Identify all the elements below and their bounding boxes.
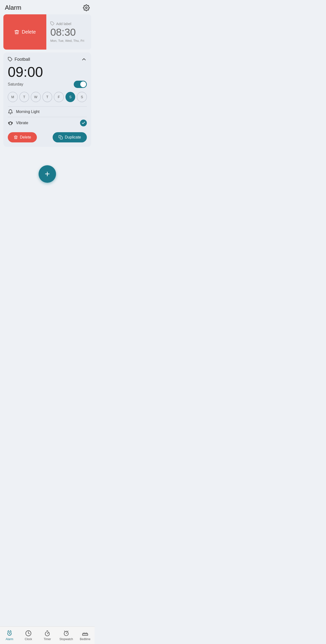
swipe-alarm-info[interactable]: Add label 08:30 Mon, Tue, Wed, Thu, Fri <box>46 14 91 50</box>
svg-line-12 <box>67 631 68 631</box>
vibrate-row[interactable]: Vibrate <box>8 117 87 129</box>
alarm-label-text: Football <box>14 57 30 62</box>
nav-item-bedtime[interactable]: Bedtime <box>76 627 95 644</box>
alarm-label-row: Football <box>8 57 30 62</box>
svg-rect-3 <box>60 137 63 139</box>
swipe-delete-label: Delete <box>22 29 36 35</box>
day-friday[interactable]: F <box>54 92 64 102</box>
nav-item-stopwatch[interactable]: Stopwatch <box>57 627 76 644</box>
nav-label-timer: Timer <box>44 638 51 641</box>
alarm-day-toggle-row: Saturday <box>8 81 87 88</box>
duplicate-btn-label: Duplicate <box>65 135 81 140</box>
swipe-alarm-days: Mon, Tue, Wed, Thu, Fri <box>50 39 87 42</box>
svg-line-6 <box>9 634 10 634</box>
alarm-nav-icon <box>6 630 13 636</box>
expanded-alarm-card: Football 09:00 Saturday M T W T F S S Mo… <box>3 52 91 147</box>
bottom-navigation: Alarm Clock Timer Stopwatch Bedtime <box>0 626 95 644</box>
chevron-up-icon[interactable] <box>81 56 87 62</box>
alarm-time[interactable]: 09:00 <box>8 64 87 80</box>
ringtone-label: Morning Light <box>16 110 39 114</box>
day-sunday[interactable]: S <box>77 92 87 102</box>
timer-nav-icon <box>44 630 50 636</box>
swipe-delete-button[interactable]: Delete <box>3 14 46 50</box>
svg-point-0 <box>86 7 87 8</box>
duplicate-btn-icon <box>58 135 63 140</box>
day-tuesday[interactable]: T <box>19 92 29 102</box>
add-alarm-fab[interactable]: + <box>39 165 56 183</box>
settings-icon[interactable] <box>83 4 90 11</box>
page-title: Alarm <box>5 4 21 12</box>
nav-label-stopwatch: Stopwatch <box>59 638 73 641</box>
day-saturday[interactable]: S <box>65 92 75 102</box>
clock-nav-icon <box>25 630 31 636</box>
vibrate-check-icon <box>80 120 87 126</box>
ringtone-icon <box>8 109 13 114</box>
day-thursday[interactable]: T <box>42 92 52 102</box>
ringtone-row[interactable]: Morning Light <box>8 106 87 117</box>
vibrate-icon <box>8 120 13 126</box>
swipe-alarm-time: 08:30 <box>50 27 87 38</box>
day-monday[interactable]: M <box>8 92 18 102</box>
nav-label-bedtime: Bedtime <box>80 638 90 641</box>
day-wednesday[interactable]: W <box>31 92 41 102</box>
bedtime-nav-icon <box>82 630 88 636</box>
nav-item-alarm[interactable]: Alarm <box>0 627 19 644</box>
svg-line-11 <box>64 631 65 631</box>
fab-container: + <box>0 151 95 190</box>
swipe-alarm-card: Delete Add label 08:30 Mon, Tue, Wed, Th… <box>3 14 91 50</box>
fab-plus-icon: + <box>45 170 50 178</box>
swipe-add-label-row: Add label <box>50 22 87 26</box>
trash-icon <box>14 30 19 35</box>
nav-label-alarm: Alarm <box>5 638 13 641</box>
svg-rect-2 <box>9 122 11 125</box>
alarm-toggle[interactable] <box>74 81 87 88</box>
duplicate-alarm-button[interactable]: Duplicate <box>53 132 87 142</box>
day-circles: M T W T F S S <box>8 92 87 102</box>
alarm-card-header: Football <box>8 56 87 62</box>
swipe-add-label-text: Add label <box>56 22 71 26</box>
alarm-actions: Delete Duplicate <box>8 132 87 142</box>
nav-label-clock: Clock <box>25 638 32 641</box>
delete-btn-icon <box>13 135 18 140</box>
svg-line-13 <box>66 632 67 633</box>
delete-alarm-button[interactable]: Delete <box>8 132 37 142</box>
label-icon <box>50 22 55 26</box>
nav-item-clock[interactable]: Clock <box>19 627 38 644</box>
nav-item-timer[interactable]: Timer <box>38 627 57 644</box>
app-header: Alarm <box>0 0 95 14</box>
alarm-label-icon <box>8 57 13 62</box>
alarm-day-label: Saturday <box>8 82 23 86</box>
delete-btn-label: Delete <box>20 135 31 140</box>
stopwatch-nav-icon <box>63 630 69 636</box>
vibrate-label: Vibrate <box>16 121 28 125</box>
